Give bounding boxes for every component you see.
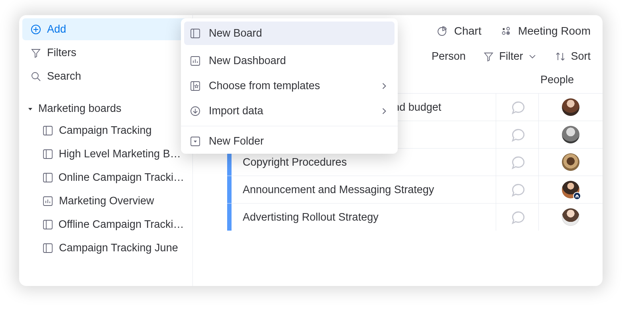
tab-chart[interactable]: Chart [436, 25, 481, 37]
folder-icon [190, 136, 201, 147]
task-name: Copyright Procedures [232, 156, 496, 168]
sort-button[interactable]: Sort [555, 50, 591, 63]
chevron-right-icon [379, 81, 389, 91]
avatar [562, 98, 579, 116]
chat-cell[interactable] [496, 149, 539, 176]
menu-item-new-dashboard[interactable]: New Dashboard [181, 48, 398, 73]
people-cell[interactable] [539, 121, 603, 148]
avatar [562, 181, 579, 198]
row-color-bar [227, 204, 232, 231]
chevron-down-icon [528, 52, 537, 61]
chat-cell[interactable] [496, 204, 539, 231]
sidebar-board-item[interactable]: Offline Campaign Trackin… [19, 213, 192, 236]
funnel-icon [30, 47, 41, 59]
search-label: Search [47, 70, 81, 82]
tab-meeting-room[interactable]: Meeting Room [501, 25, 591, 37]
sidebar-board-item[interactable]: Campaign Tracking [19, 119, 192, 142]
menu-item-import-data[interactable]: Import data [181, 98, 398, 123]
tab-meeting-room-label: Meeting Room [518, 25, 591, 37]
board-label: Offline Campaign Trackin… [59, 218, 185, 231]
pie-chart-icon [436, 25, 448, 37]
menu-item-label: New Board [209, 27, 262, 39]
menu-item-label: New Dashboard [209, 55, 286, 67]
task-row[interactable]: Announcement and Messaging Strategy [227, 176, 603, 203]
chat-cell[interactable] [496, 121, 539, 148]
board-icon [42, 243, 53, 254]
filters-button[interactable]: Filters [22, 42, 189, 64]
person-filter-button[interactable]: Person [432, 50, 466, 63]
add-button[interactable]: Add [22, 18, 189, 40]
board-label: High Level Marketing Bo… [59, 148, 185, 160]
board-label: Online Campaign Trackin… [59, 171, 185, 184]
sidebar-board-item[interactable]: Marketing Overview [19, 189, 192, 213]
chat-icon [510, 100, 524, 114]
tab-chart-label: Chart [454, 25, 481, 37]
chevron-right-icon [379, 106, 389, 116]
people-cell[interactable] [539, 176, 603, 203]
sort-label: Sort [571, 50, 591, 63]
sort-icon [555, 51, 566, 62]
chat-icon [510, 127, 524, 142]
menu-item-label: Choose from templates [209, 80, 320, 92]
dashboard-icon [190, 55, 201, 67]
people-header-label: People [525, 74, 589, 86]
filter-button[interactable]: Filter [483, 50, 537, 63]
sidebar-board-item[interactable]: High Level Marketing Bo… [19, 142, 192, 166]
board-label: Marketing Overview [59, 195, 154, 207]
filters-label: Filters [47, 47, 77, 59]
sidebar-board-item[interactable]: Online Campaign Trackin… [19, 166, 192, 189]
chat-icon [510, 182, 524, 197]
row-color-bar [227, 176, 232, 203]
people-cell[interactable] [539, 149, 603, 176]
import-icon [190, 106, 201, 117]
menu-divider [181, 126, 398, 126]
menu-item-new-folder[interactable]: New Folder [181, 129, 398, 154]
search-icon [30, 71, 41, 82]
menu-item-new-board[interactable]: New Board [184, 22, 395, 45]
people-cell[interactable] [539, 204, 603, 231]
add-dropdown-menu: New Board New Dashboard Choose from temp… [181, 18, 398, 154]
avatar [562, 126, 579, 143]
chat-icon [510, 210, 524, 224]
sidebar-group-title: Marketing boards [38, 102, 122, 115]
menu-item-templates[interactable]: Choose from templates [181, 73, 398, 98]
task-name: Advertisting Rollout Strategy [232, 211, 496, 223]
caret-down-icon [26, 105, 34, 113]
board-label: Campaign Tracking [59, 124, 152, 137]
chat-cell[interactable] [496, 94, 539, 121]
menu-item-label: Import data [209, 105, 263, 117]
add-label: Add [47, 23, 66, 35]
plus-circle-icon [30, 24, 41, 35]
board-list: Campaign Tracking High Level Marketing B… [19, 119, 192, 260]
board-icon [42, 219, 53, 230]
people-cell[interactable] [539, 94, 603, 121]
board-icon [42, 125, 53, 136]
task-name: Announcement and Messaging Strategy [232, 184, 496, 196]
board-icon [42, 172, 53, 183]
meeting-room-icon [501, 25, 512, 37]
search-button[interactable]: Search [22, 65, 189, 87]
menu-item-label: New Folder [209, 135, 264, 147]
home-badge-icon [573, 192, 581, 200]
board-icon [190, 28, 201, 39]
person-label: Person [432, 50, 466, 63]
avatar [562, 208, 579, 226]
task-row[interactable]: Advertisting Rollout Strategy [227, 203, 603, 231]
sidebar-board-item[interactable]: Campaign Tracking June [19, 236, 192, 260]
filter-label: Filter [499, 50, 523, 63]
chat-cell[interactable] [496, 176, 539, 203]
board-icon [42, 149, 53, 160]
template-icon [190, 80, 201, 92]
chat-icon [510, 155, 524, 169]
funnel-icon [483, 51, 494, 62]
sidebar-group-marketing[interactable]: Marketing boards [19, 98, 192, 119]
board-label: Campaign Tracking June [59, 242, 178, 254]
sidebar: Add Filters Search Marketing boards Camp… [19, 15, 193, 286]
dashboard-icon [42, 196, 53, 207]
avatar [562, 153, 579, 171]
